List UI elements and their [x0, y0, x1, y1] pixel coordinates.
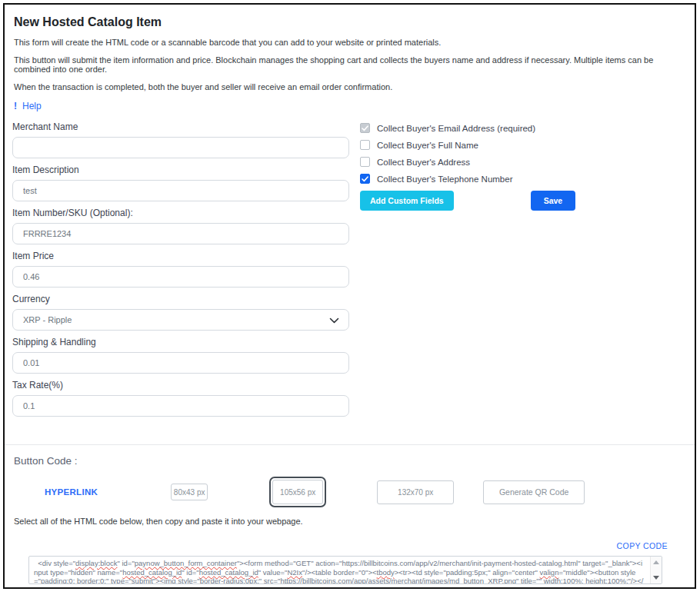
- checkbox-collect-address[interactable]: Collect Buyer's Address: [360, 157, 689, 167]
- scroll-up-icon[interactable]: [653, 560, 659, 564]
- checkbox-icon-unchecked[interactable]: [360, 140, 370, 150]
- page-title: New Hosted Catalog Item: [14, 15, 689, 29]
- buyer-options-panel: Collect Buyer's Email Address (required)…: [360, 121, 689, 423]
- shipping-label: Shipping & Handling: [12, 337, 349, 347]
- item-sku-label: Item Number/SKU (Optional):: [12, 208, 349, 218]
- item-form: Merchant Name Item Description Item Numb…: [10, 121, 349, 423]
- size-button-80x43[interactable]: 80x43 px: [171, 484, 208, 500]
- checkbox-collect-email: Collect Buyer's Email Address (required): [360, 123, 689, 133]
- copy-code-row: COPY CODE: [10, 538, 689, 552]
- merchant-name-input[interactable]: [12, 137, 349, 158]
- button-size-row: HYPERLINK 80x43 px 105x56 px 132x70 px G…: [10, 478, 689, 506]
- currency-select[interactable]: XRP - Ripple: [12, 309, 349, 331]
- checkbox-icon-disabled-checked: [360, 123, 370, 133]
- shipping-field-group: Shipping & Handling: [12, 337, 349, 374]
- currency-label: Currency: [12, 294, 349, 304]
- size-button-105x56-selected[interactable]: 105x56 px: [272, 480, 323, 504]
- checkbox-label: Collect Buyer's Address: [377, 158, 470, 167]
- shipping-input[interactable]: [12, 352, 349, 374]
- help-link-label: Help: [22, 101, 42, 111]
- merchant-name-field-group: Merchant Name: [12, 121, 349, 158]
- tax-rate-label: Tax Rate(%): [12, 380, 349, 391]
- scroll-down-icon[interactable]: [653, 576, 659, 580]
- item-sku-field-group: Item Number/SKU (Optional):: [12, 208, 349, 244]
- chevron-down-icon: [329, 317, 339, 324]
- preview-label: PREVIEW:: [14, 587, 689, 589]
- exclamation-icon: !: [14, 101, 17, 111]
- merchant-name-label: Merchant Name: [12, 121, 349, 132]
- description-line: This form will create the HTML code or a…: [14, 38, 689, 47]
- item-price-label: Item Price: [12, 251, 349, 261]
- html-code-textarea[interactable]: <div style="display:block" id="paynow_bu…: [28, 556, 662, 584]
- checkbox-icon-checked[interactable]: [360, 174, 370, 184]
- page-frame: New Hosted Catalog Item This form will c…: [3, 3, 696, 589]
- checkbox-label: Collect Buyer's Full Name: [377, 141, 478, 150]
- checkbox-collect-full-name[interactable]: Collect Buyer's Full Name: [360, 140, 689, 150]
- item-price-field-group: Item Price: [12, 251, 349, 288]
- checkbox-label: Collect Buyer's Telephone Number: [377, 175, 513, 184]
- code-scrollbar[interactable]: [650, 557, 662, 583]
- item-sku-input[interactable]: [12, 223, 349, 244]
- item-price-input[interactable]: [12, 266, 349, 288]
- size-button-132x70[interactable]: 132x70 px: [377, 480, 454, 504]
- section-divider: [5, 444, 695, 445]
- html-code-text: <div style="display:block" id="paynow_bu…: [29, 557, 662, 584]
- tax-rate-field-group: Tax Rate(%): [12, 380, 349, 417]
- button-code-section-label: Button Code :: [14, 455, 689, 467]
- tax-rate-input[interactable]: [12, 395, 349, 417]
- item-description-field-group: Item Description: [12, 165, 349, 201]
- item-description-input[interactable]: [12, 180, 349, 201]
- description-line: When the transaction is completed, both …: [14, 82, 689, 91]
- checkbox-icon-unchecked[interactable]: [360, 157, 370, 167]
- options-buttons-row: Add Custom Fields Save: [360, 191, 689, 211]
- currency-selected-value: XRP - Ripple: [23, 315, 72, 324]
- hyperlink-option[interactable]: HYPERLINK: [45, 487, 98, 497]
- help-link[interactable]: !Help: [14, 101, 42, 111]
- checkbox-label: Collect Buyer's Email Address (required): [377, 124, 535, 133]
- currency-field-group: Currency XRP - Ripple: [12, 294, 349, 331]
- description-line: This button will submit the item informa…: [14, 55, 689, 74]
- copy-code-link[interactable]: COPY CODE: [617, 541, 668, 550]
- save-button[interactable]: Save: [531, 191, 576, 211]
- code-instruction-text: Select all of the HTML code below, then …: [14, 517, 689, 526]
- item-description-label: Item Description: [12, 165, 349, 175]
- form-columns: Merchant Name Item Description Item Numb…: [10, 121, 689, 423]
- add-custom-fields-button[interactable]: Add Custom Fields: [360, 191, 454, 211]
- generate-qr-code-button[interactable]: Generate QR Code: [483, 480, 585, 504]
- checkbox-collect-telephone[interactable]: Collect Buyer's Telephone Number: [360, 174, 689, 184]
